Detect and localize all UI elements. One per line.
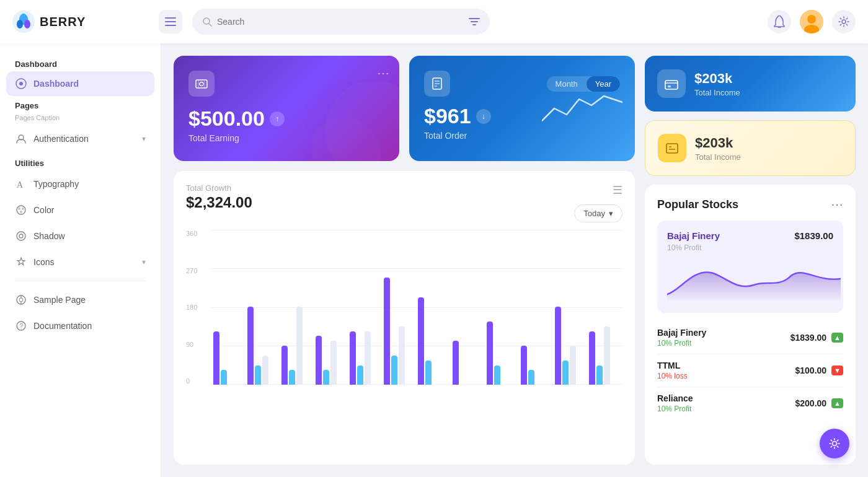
chart-header: Total Growth $2,324.00 ☰ Today ▾ bbox=[186, 183, 622, 222]
bar-group-1 bbox=[247, 307, 278, 385]
sidebar-item-authentication[interactable]: Authentication ▾ bbox=[6, 126, 154, 151]
bar-purple bbox=[316, 336, 322, 385]
income-blue-card: $203k Total Income bbox=[645, 56, 856, 112]
year-toggle-btn[interactable]: Year bbox=[587, 76, 620, 92]
bar-blue bbox=[596, 365, 603, 385]
bell-icon bbox=[774, 15, 785, 28]
logo-icon bbox=[12, 11, 35, 33]
svg-text:?: ? bbox=[20, 323, 24, 330]
chart-card: Total Growth $2,324.00 ☰ Today ▾ 360 bbox=[174, 171, 635, 465]
content-area: ⋯ $500.00 ↑ Total Earning bbox=[161, 43, 868, 477]
bar-group-10 bbox=[555, 307, 586, 385]
bar-purple bbox=[247, 307, 254, 385]
bar-blue bbox=[425, 361, 432, 385]
settings-button[interactable] bbox=[832, 10, 856, 33]
sidebar-item-typography[interactable]: A Typography bbox=[6, 172, 154, 196]
svg-point-18 bbox=[19, 82, 23, 85]
chart-title-label: Total Growth bbox=[186, 183, 252, 193]
stock-price-reliance: $200.00 bbox=[795, 398, 827, 408]
user-avatar[interactable] bbox=[800, 10, 823, 33]
today-label: Today bbox=[583, 209, 605, 218]
stock-loss-ttml: 10% loss bbox=[657, 372, 688, 380]
bar-light bbox=[399, 326, 405, 385]
today-filter-btn[interactable]: Today ▾ bbox=[574, 204, 622, 222]
sidebar-section-dashboard: Dashboard bbox=[6, 56, 154, 71]
sidebar-item-sample-page[interactable]: Sample Page bbox=[6, 287, 154, 312]
income-yellow-icon bbox=[658, 134, 686, 162]
bajaj-name: Bajaj Finery bbox=[667, 230, 720, 241]
authentication-icon bbox=[15, 133, 27, 145]
sidebar-item-documentation[interactable]: ? Documentation bbox=[6, 313, 154, 338]
income-yellow-label: Total Income bbox=[695, 152, 741, 162]
chart-menu-icon[interactable]: ☰ bbox=[613, 183, 622, 197]
svg-rect-12 bbox=[472, 24, 476, 25]
color-icon bbox=[15, 204, 27, 216]
sidebar-section-pages: Pages bbox=[6, 97, 154, 113]
month-toggle-btn[interactable]: Month bbox=[547, 76, 587, 92]
svg-point-2 bbox=[17, 20, 23, 28]
y-label-270: 270 bbox=[186, 267, 197, 274]
bar-purple bbox=[213, 331, 219, 385]
menu-button[interactable] bbox=[159, 10, 182, 33]
month-year-toggle: Month Year bbox=[547, 76, 620, 92]
bajaj-price: $1839.00 bbox=[794, 230, 833, 241]
search-input[interactable] bbox=[217, 17, 464, 27]
stocks-menu-icon[interactable]: ⋯ bbox=[831, 197, 843, 212]
stocks-header: Popular Stocks ⋯ bbox=[657, 197, 843, 212]
svg-rect-46 bbox=[666, 144, 678, 153]
sidebar-item-dashboard[interactable]: Dashboard bbox=[6, 71, 154, 96]
bajaj-profit-label: 10% Profit bbox=[667, 243, 833, 252]
fab-gear-icon bbox=[828, 437, 841, 450]
stock-name-reliance: Reliance bbox=[657, 393, 693, 403]
icons-chevron-icon: ▾ bbox=[142, 258, 146, 266]
content-left: ⋯ $500.00 ↑ Total Earning bbox=[174, 56, 635, 465]
income-blue-label: Total Income bbox=[694, 88, 740, 97]
income-yellow-amount: $203k bbox=[695, 135, 741, 151]
search-icon bbox=[202, 17, 212, 27]
bar-purple bbox=[418, 297, 424, 385]
sidebar-item-shadow[interactable]: Shadow bbox=[6, 224, 154, 248]
bar-group-5 bbox=[384, 278, 415, 385]
notification-button[interactable] bbox=[768, 10, 791, 33]
chart-amount: $2,324.00 bbox=[186, 194, 252, 211]
svg-rect-33 bbox=[196, 80, 207, 88]
sidebar-pages-caption: Pages Caption bbox=[6, 113, 154, 126]
stock-profit-bajaj: 10% Profit bbox=[657, 339, 706, 348]
sample-page-icon bbox=[15, 294, 27, 306]
bar-light bbox=[365, 331, 371, 385]
y-label-90: 90 bbox=[186, 341, 197, 348]
income-yellow-card: $203k Total Income bbox=[645, 120, 856, 176]
bar-purple bbox=[453, 341, 459, 385]
down-arrow-icon: ↓ bbox=[476, 109, 491, 124]
svg-point-4 bbox=[22, 14, 25, 17]
chart-title-area: Total Growth $2,324.00 bbox=[186, 183, 252, 211]
shadow-icon bbox=[15, 230, 27, 242]
svg-rect-7 bbox=[165, 25, 176, 26]
income-yellow-info: $203k Total Income bbox=[695, 135, 741, 162]
dashboard-icon bbox=[15, 77, 27, 90]
income-blue-amount: $203k bbox=[694, 71, 740, 87]
fab-settings-button[interactable] bbox=[820, 429, 849, 458]
cards-row: ⋯ $500.00 ↑ Total Earning bbox=[174, 56, 635, 161]
earning-card-menu[interactable]: ⋯ bbox=[377, 66, 389, 81]
badge-down-ttml: ▼ bbox=[831, 365, 843, 375]
bar-group-9 bbox=[521, 346, 552, 385]
bar-light bbox=[570, 346, 576, 385]
order-label: Total Order bbox=[424, 131, 620, 141]
stock-info-ttml: TTML 10% loss bbox=[657, 361, 688, 380]
bar-group-4 bbox=[350, 331, 381, 385]
typography-icon: A bbox=[15, 178, 27, 190]
svg-rect-45 bbox=[668, 85, 671, 87]
sidebar-item-color[interactable]: Color bbox=[6, 198, 154, 222]
bar-blue bbox=[391, 356, 397, 385]
sidebar-item-icons[interactable]: Icons ▾ bbox=[6, 250, 154, 274]
gear-icon bbox=[838, 16, 849, 27]
chevron-down-icon: ▾ bbox=[142, 134, 146, 143]
svg-point-26 bbox=[19, 234, 23, 238]
bar-group-3 bbox=[316, 336, 347, 385]
filter-icon[interactable] bbox=[469, 17, 480, 27]
logo-area: BERRY bbox=[12, 11, 149, 33]
sidebar-item-label-icons: Icons bbox=[33, 257, 54, 267]
stock-name-bajaj: Bajaj Finery bbox=[657, 328, 706, 338]
svg-point-22 bbox=[18, 208, 20, 210]
